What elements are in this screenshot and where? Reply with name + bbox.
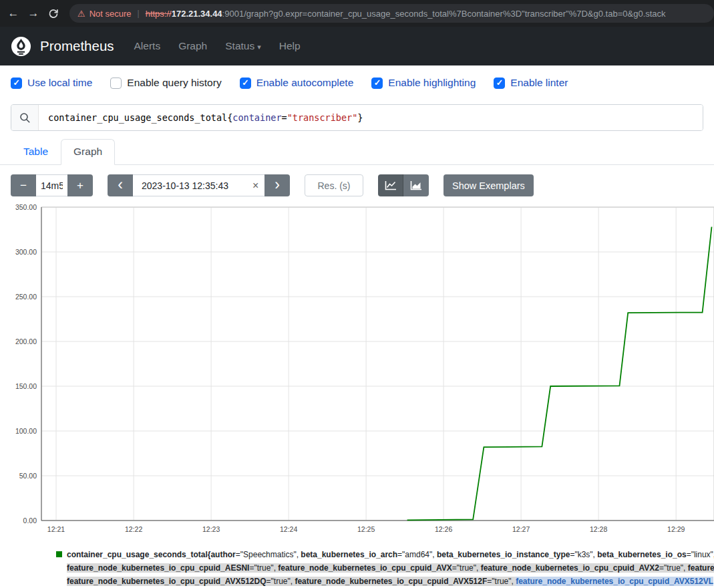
duration-input[interactable]: [36, 174, 67, 196]
highlighting-checkbox[interactable]: [371, 78, 383, 89]
tab-bar: Table Graph: [0, 139, 714, 165]
checkbox-label: Enable highlighting: [388, 77, 476, 89]
query-metric: container_cpu_usage_seconds_total: [48, 112, 227, 123]
svg-text:350.00: 350.00: [15, 203, 37, 211]
svg-text:50.00: 50.00: [19, 472, 37, 480]
datetime-wrapper: ×: [133, 174, 264, 196]
svg-text:12:27: 12:27: [512, 525, 530, 533]
query-label-name: container: [232, 112, 281, 123]
graph-controls: − + ‹ × › Show Exemplars: [11, 174, 714, 196]
query-label-value: "transcriber": [287, 112, 358, 123]
line-graph-toggle-button[interactable]: [378, 174, 403, 196]
datetime-input[interactable]: [133, 174, 264, 196]
use-local-time-checkbox[interactable]: [11, 78, 22, 89]
reload-button[interactable]: [44, 4, 63, 23]
url-divider: |: [138, 9, 140, 18]
previous-time-button[interactable]: ‹: [108, 174, 133, 196]
option-linter[interactable]: Enable linter: [494, 77, 568, 89]
svg-text:12:22: 12:22: [125, 525, 142, 533]
tab-table[interactable]: Table: [11, 139, 61, 165]
security-status-label[interactable]: Not secure: [90, 9, 132, 19]
svg-text:300.00: 300.00: [15, 248, 37, 256]
nav-item-graph[interactable]: Graph: [178, 40, 207, 52]
back-button[interactable]: ←: [4, 4, 23, 23]
query-brace-close: }: [357, 112, 363, 123]
range-stepper-group: − +: [11, 174, 93, 196]
url-protocol: https://: [146, 9, 172, 19]
svg-text:250.00: 250.00: [15, 293, 37, 301]
url-path: :9001/graph?g0.expr=container_cpu_usage_…: [222, 9, 666, 19]
checkbox-label: Enable linter: [510, 77, 568, 89]
checkbox-label: Enable query history: [127, 77, 221, 89]
line-graph-icon: [385, 180, 397, 190]
legend-swatch: [56, 551, 62, 557]
graph-type-toggle-group: [378, 174, 429, 196]
query-operator: =: [282, 112, 287, 123]
prometheus-logo-icon: [11, 36, 31, 57]
checkbox-label: Enable autocomplete: [256, 77, 354, 89]
legend-series-label[interactable]: container_cpu_usage_seconds_total{author…: [67, 548, 714, 588]
linter-checkbox[interactable]: [494, 78, 505, 89]
option-query-history[interactable]: Enable query history: [110, 77, 221, 89]
time-picker-group: ‹ × ›: [108, 174, 290, 196]
nav-item-alerts[interactable]: Alerts: [134, 40, 161, 52]
svg-text:100.00: 100.00: [15, 427, 37, 435]
graph-legend[interactable]: container_cpu_usage_seconds_total{author…: [56, 548, 714, 588]
nav-item-status[interactable]: Status▾: [225, 40, 260, 52]
svg-text:12:23: 12:23: [202, 525, 220, 533]
search-addon: [11, 105, 39, 130]
brand-title[interactable]: Prometheus: [40, 38, 114, 54]
query-options-row: Use local time Enable query history Enab…: [0, 65, 714, 98]
svg-text:12:25: 12:25: [357, 525, 375, 533]
query-history-checkbox[interactable]: [110, 78, 122, 89]
nav-item-help[interactable]: Help: [279, 40, 301, 52]
browser-toolbar: ← → ⚠ Not secure | https://172.21.34.44:…: [0, 0, 714, 27]
checkbox-label: Use local time: [27, 77, 92, 89]
warning-icon: ⚠: [77, 9, 85, 19]
url-host: 172.21.34.44: [172, 9, 222, 19]
svg-text:200.00: 200.00: [15, 337, 37, 345]
query-input-group: container_cpu_usage_seconds_total{contai…: [11, 104, 703, 131]
increase-range-button[interactable]: +: [67, 174, 93, 196]
stacked-graph-icon: [410, 180, 422, 190]
svg-text:12:28: 12:28: [590, 525, 607, 533]
svg-text:12:21: 12:21: [47, 525, 65, 533]
graph-canvas[interactable]: 0.0050.00100.00150.00200.00250.00300.003…: [0, 202, 714, 535]
option-use-local-time[interactable]: Use local time: [11, 77, 92, 89]
stacked-graph-toggle-button[interactable]: [403, 174, 429, 196]
query-brace-open: {: [227, 112, 232, 123]
svg-text:150.00: 150.00: [15, 382, 37, 390]
autocomplete-checkbox[interactable]: [240, 78, 251, 89]
reload-icon: [48, 8, 59, 19]
svg-text:12:24: 12:24: [280, 525, 297, 533]
resolution-input[interactable]: [305, 174, 363, 196]
option-highlighting[interactable]: Enable highlighting: [371, 77, 476, 89]
decrease-range-button[interactable]: −: [11, 174, 36, 196]
query-expression-input[interactable]: container_cpu_usage_seconds_total{contai…: [39, 105, 703, 130]
search-icon: [19, 112, 31, 124]
app-navbar: Prometheus Alerts Graph Status▾ Help: [0, 27, 714, 65]
graph-panel: 0.0050.00100.00150.00200.00250.00300.003…: [0, 202, 714, 537]
chevron-down-icon: ▾: [257, 43, 261, 51]
svg-text:0.00: 0.00: [23, 517, 37, 525]
show-exemplars-button[interactable]: Show Exemplars: [443, 174, 534, 196]
svg-text:12:26: 12:26: [435, 525, 452, 533]
address-bar[interactable]: ⚠ Not secure | https://172.21.34.44:9001…: [69, 4, 714, 23]
svg-text:12:29: 12:29: [667, 525, 685, 533]
next-time-button[interactable]: ›: [264, 174, 290, 196]
forward-button[interactable]: →: [24, 4, 43, 23]
clear-datetime-button[interactable]: ×: [248, 174, 262, 196]
option-autocomplete[interactable]: Enable autocomplete: [240, 77, 354, 89]
tab-graph[interactable]: Graph: [61, 139, 115, 165]
